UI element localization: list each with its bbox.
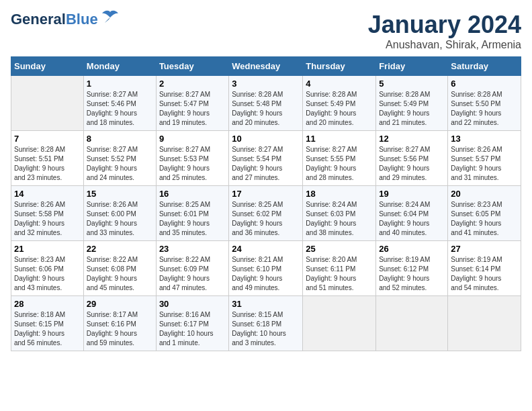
day-info: Sunrise: 8:19 AM Sunset: 6:12 PM Dayligh…: [379, 255, 445, 293]
logo: GeneralBlue: [11, 11, 120, 28]
day-number: 25: [306, 244, 373, 254]
day-number: 15: [87, 189, 153, 199]
day-number: 16: [159, 189, 226, 199]
day-info: Sunrise: 8:28 AM Sunset: 5:48 PM Dayligh…: [232, 90, 300, 128]
day-info: Sunrise: 8:25 AM Sunset: 6:01 PM Dayligh…: [159, 200, 226, 238]
day-info: Sunrise: 8:20 AM Sunset: 6:11 PM Dayligh…: [306, 255, 373, 293]
day-number: 14: [14, 189, 81, 199]
calendar-cell: 5Sunrise: 8:28 AM Sunset: 5:49 PM Daylig…: [376, 76, 448, 131]
day-info: Sunrise: 8:27 AM Sunset: 5:55 PM Dayligh…: [306, 145, 373, 183]
calendar-cell: 2Sunrise: 8:27 AM Sunset: 5:47 PM Daylig…: [156, 76, 228, 131]
calendar-table: SundayMondayTuesdayWednesdayThursdayFrid…: [11, 56, 521, 351]
calendar-cell: 10Sunrise: 8:27 AM Sunset: 5:54 PM Dayli…: [229, 131, 303, 186]
day-info: Sunrise: 8:27 AM Sunset: 5:53 PM Dayligh…: [159, 145, 226, 183]
day-header-monday: Monday: [83, 57, 156, 76]
calendar-cell: 13Sunrise: 8:26 AM Sunset: 5:57 PM Dayli…: [448, 131, 521, 186]
day-header-saturday: Saturday: [448, 57, 521, 76]
day-header-thursday: Thursday: [303, 57, 376, 76]
day-info: Sunrise: 8:19 AM Sunset: 6:14 PM Dayligh…: [451, 255, 518, 293]
day-number: 28: [14, 299, 81, 309]
day-info: Sunrise: 8:28 AM Sunset: 5:49 PM Dayligh…: [379, 90, 445, 128]
calendar-cell: 1Sunrise: 8:27 AM Sunset: 5:46 PM Daylig…: [83, 76, 156, 131]
day-info: Sunrise: 8:27 AM Sunset: 5:56 PM Dayligh…: [379, 145, 445, 183]
day-info: Sunrise: 8:25 AM Sunset: 6:02 PM Dayligh…: [232, 200, 300, 238]
day-number: 12: [379, 134, 445, 144]
calendar-cell: 31Sunrise: 8:15 AM Sunset: 6:18 PM Dayli…: [229, 296, 303, 351]
day-number: 1: [87, 79, 153, 89]
day-info: Sunrise: 8:23 AM Sunset: 6:06 PM Dayligh…: [14, 255, 81, 293]
day-number: 31: [232, 299, 300, 309]
calendar-cell: [303, 296, 376, 351]
day-number: 20: [451, 189, 518, 199]
calendar-cell: 12Sunrise: 8:27 AM Sunset: 5:56 PM Dayli…: [376, 131, 448, 186]
calendar-cell: 30Sunrise: 8:16 AM Sunset: 6:17 PM Dayli…: [156, 296, 228, 351]
day-number: 2: [159, 79, 226, 89]
day-number: 7: [14, 134, 81, 144]
calendar-cell: 7Sunrise: 8:28 AM Sunset: 5:51 PM Daylig…: [11, 131, 84, 186]
calendar-cell: 29Sunrise: 8:17 AM Sunset: 6:16 PM Dayli…: [83, 296, 156, 351]
calendar-cell: 4Sunrise: 8:28 AM Sunset: 5:49 PM Daylig…: [303, 76, 376, 131]
calendar-cell: [376, 296, 448, 351]
day-number: 22: [87, 244, 153, 254]
calendar-cell: [11, 76, 84, 131]
day-number: 3: [232, 79, 300, 89]
day-header-sunday: Sunday: [11, 57, 84, 76]
calendar-cell: 8Sunrise: 8:27 AM Sunset: 5:52 PM Daylig…: [83, 131, 156, 186]
title-section: January 2024 Anushavan, Shirak, Armenia: [368, 11, 521, 51]
calendar-cell: 11Sunrise: 8:27 AM Sunset: 5:55 PM Dayli…: [303, 131, 376, 186]
calendar-cell: 28Sunrise: 8:18 AM Sunset: 6:15 PM Dayli…: [11, 296, 84, 351]
day-info: Sunrise: 8:27 AM Sunset: 5:52 PM Dayligh…: [87, 145, 153, 183]
day-header-friday: Friday: [376, 57, 448, 76]
day-number: 9: [159, 134, 226, 144]
day-info: Sunrise: 8:22 AM Sunset: 6:09 PM Dayligh…: [159, 255, 226, 293]
calendar-cell: 18Sunrise: 8:24 AM Sunset: 6:03 PM Dayli…: [303, 186, 376, 241]
day-info: Sunrise: 8:21 AM Sunset: 6:10 PM Dayligh…: [232, 255, 300, 293]
calendar-cell: 20Sunrise: 8:23 AM Sunset: 6:05 PM Dayli…: [448, 186, 521, 241]
header: GeneralBlue January 2024 Anushavan, Shir…: [11, 11, 521, 51]
day-info: Sunrise: 8:15 AM Sunset: 6:18 PM Dayligh…: [232, 310, 300, 348]
logo-bird-icon: [101, 9, 120, 27]
calendar-cell: [448, 296, 521, 351]
day-info: Sunrise: 8:27 AM Sunset: 5:47 PM Dayligh…: [159, 90, 226, 128]
logo-general: General: [11, 11, 66, 28]
calendar-cell: 19Sunrise: 8:24 AM Sunset: 6:04 PM Dayli…: [376, 186, 448, 241]
page-subtitle: Anushavan, Shirak, Armenia: [368, 39, 521, 51]
day-number: 17: [232, 189, 300, 199]
day-number: 27: [451, 244, 518, 254]
day-number: 24: [232, 244, 300, 254]
calendar-cell: 21Sunrise: 8:23 AM Sunset: 6:06 PM Dayli…: [11, 241, 84, 296]
day-number: 8: [87, 134, 153, 144]
day-number: 23: [159, 244, 226, 254]
day-info: Sunrise: 8:24 AM Sunset: 6:03 PM Dayligh…: [306, 200, 373, 238]
day-number: 5: [379, 79, 445, 89]
logo-blue: Blue: [66, 11, 98, 28]
day-info: Sunrise: 8:28 AM Sunset: 5:50 PM Dayligh…: [451, 90, 518, 128]
calendar-cell: 3Sunrise: 8:28 AM Sunset: 5:48 PM Daylig…: [229, 76, 303, 131]
day-number: 21: [14, 244, 81, 254]
day-number: 18: [306, 189, 373, 199]
calendar-cell: 6Sunrise: 8:28 AM Sunset: 5:50 PM Daylig…: [448, 76, 521, 131]
day-number: 29: [87, 299, 153, 309]
day-info: Sunrise: 8:26 AM Sunset: 5:57 PM Dayligh…: [451, 145, 518, 183]
day-number: 4: [306, 79, 373, 89]
day-number: 10: [232, 134, 300, 144]
day-number: 19: [379, 189, 445, 199]
day-number: 26: [379, 244, 445, 254]
day-header-wednesday: Wednesday: [229, 57, 303, 76]
calendar-cell: 27Sunrise: 8:19 AM Sunset: 6:14 PM Dayli…: [448, 241, 521, 296]
calendar-cell: 23Sunrise: 8:22 AM Sunset: 6:09 PM Dayli…: [156, 241, 228, 296]
day-info: Sunrise: 8:28 AM Sunset: 5:51 PM Dayligh…: [14, 145, 81, 183]
day-info: Sunrise: 8:16 AM Sunset: 6:17 PM Dayligh…: [159, 310, 226, 348]
day-info: Sunrise: 8:27 AM Sunset: 5:54 PM Dayligh…: [232, 145, 300, 183]
day-header-tuesday: Tuesday: [156, 57, 228, 76]
day-info: Sunrise: 8:18 AM Sunset: 6:15 PM Dayligh…: [14, 310, 81, 348]
calendar-cell: 16Sunrise: 8:25 AM Sunset: 6:01 PM Dayli…: [156, 186, 228, 241]
day-info: Sunrise: 8:24 AM Sunset: 6:04 PM Dayligh…: [379, 200, 445, 238]
day-info: Sunrise: 8:27 AM Sunset: 5:46 PM Dayligh…: [87, 90, 153, 128]
calendar-cell: 25Sunrise: 8:20 AM Sunset: 6:11 PM Dayli…: [303, 241, 376, 296]
day-info: Sunrise: 8:22 AM Sunset: 6:08 PM Dayligh…: [87, 255, 153, 293]
day-info: Sunrise: 8:23 AM Sunset: 6:05 PM Dayligh…: [451, 200, 518, 238]
day-number: 6: [451, 79, 518, 89]
calendar-cell: 14Sunrise: 8:26 AM Sunset: 5:58 PM Dayli…: [11, 186, 84, 241]
page-title: January 2024: [368, 11, 521, 39]
